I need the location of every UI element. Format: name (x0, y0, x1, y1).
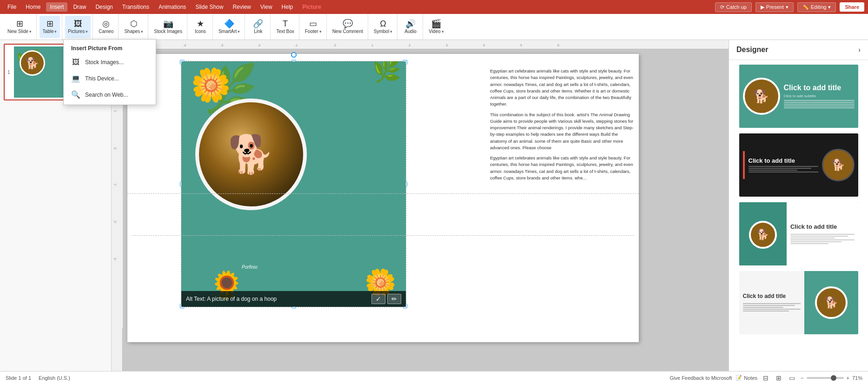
shapes-icon: ⬡ (130, 20, 138, 28)
title-bar-right: ⟳ Catch up ▶ Present ▾ ✏️ Editing ▾ Shar… (715, 2, 864, 12)
table-icon: ⊞ (46, 20, 53, 28)
alt-text-label: Alt Text: A picture of a dog on a hoop (186, 296, 277, 302)
slide-lower-divider (132, 235, 634, 236)
table-button[interactable]: ⊞ Table ▾ (40, 16, 60, 38)
design-card-3[interactable]: 🐕 Click to add title (738, 201, 859, 266)
feedback-label[interactable]: Give Feedback to Microsoft (669, 375, 732, 381)
menu-review[interactable]: Review (229, 2, 254, 12)
menu-help[interactable]: Help (278, 2, 297, 12)
menu-animations[interactable]: Animations (155, 2, 190, 12)
zoom-out-icon[interactable]: − (801, 375, 803, 381)
design-card-4[interactable]: Click to add title 🐕 (738, 270, 859, 335)
link-button[interactable]: 🔗 Link (248, 16, 268, 38)
slide-sorter-button[interactable]: ⊞ (774, 373, 783, 383)
dog-name-label: Porfinio (242, 265, 258, 270)
ribbon-group-textbox: T Text Box (272, 14, 299, 40)
share-button[interactable]: Share (840, 2, 864, 12)
designer-collapse-button[interactable]: › (858, 46, 861, 53)
menu-home[interactable]: Home (22, 2, 44, 12)
menu-slideshow[interactable]: Slide Show (192, 2, 227, 12)
ribbon-group-cameo: ◎ Cameo (94, 14, 119, 40)
pictures-arrow-icon: ▾ (86, 29, 88, 34)
share-label: Share (845, 4, 859, 10)
this-device-item[interactable]: 💻 This Device... (64, 70, 156, 86)
stock-images-label: Stock Images... (85, 59, 124, 66)
menu-draw[interactable]: Draw (69, 2, 90, 12)
menu-view[interactable]: View (257, 2, 276, 12)
alt-confirm-button[interactable]: ✓ (371, 294, 385, 304)
new-slide-button[interactable]: ⊞ New Slide ▾ (5, 16, 34, 38)
status-bar: Slide 1 of 1 English (U.S.) Give Feedbac… (0, 371, 868, 384)
design-card-1[interactable]: 🐕 Click to add title Click to add subtit… (738, 64, 859, 129)
search-web-icon: 🔍 (71, 90, 80, 99)
dc4-line-2 (743, 305, 795, 306)
design-card-4-bg: Click to add title 🐕 (739, 271, 858, 334)
menu-design[interactable]: Design (92, 2, 116, 12)
dc1-line-2 (784, 102, 855, 103)
notes-button[interactable]: 📝 Notes (735, 375, 757, 381)
comment-icon: 💬 (343, 20, 353, 28)
footer-button[interactable]: ▭ Footer ▾ (302, 16, 325, 38)
dc1-dog: 🐕 (743, 78, 780, 115)
symbol-label: Symbol (374, 29, 389, 34)
canvas-area[interactable]: -5 -4 -3 -2 -1 0 1 2 3 4 5 6 2 1 0 -1 (112, 40, 729, 371)
dc2-line-3 (749, 170, 797, 171)
editing-button[interactable]: ✏️ Editing ▾ (797, 2, 836, 12)
search-web-item[interactable]: 🔍 Search on Web... (64, 86, 156, 103)
rotate-handle[interactable] (291, 52, 297, 58)
alt-edit-button[interactable]: ✏ (387, 294, 401, 304)
svg-text:0: 0 (334, 44, 336, 47)
audio-icon: 🔊 (405, 20, 416, 28)
present-button[interactable]: ▶ Present ▾ (755, 2, 794, 12)
menu-file[interactable]: File (4, 2, 20, 12)
catch-up-button[interactable]: ⟳ Catch up (715, 2, 752, 12)
ribbon-group-icons: ★ Icons (188, 14, 213, 40)
status-bar-right: Give Feedback to Microsoft 📝 Notes ⊟ ⊞ ▭… (669, 373, 862, 383)
picture-dropdown-menu: Insert Picture From 🖼 Stock Images... 💻 … (63, 39, 156, 105)
dc4-line-1 (743, 303, 801, 304)
menu-transitions[interactable]: Transitions (119, 2, 153, 12)
menu-picture[interactable]: Picture (298, 2, 325, 12)
ribbon-group-video: 🎬 Video ▾ (424, 14, 448, 40)
ribbon-group-symbol: Ω Symbol ▾ (369, 14, 398, 40)
menu-insert[interactable]: Insert (46, 2, 67, 12)
menu-bar: File Home Insert Draw Design Transitions… (4, 2, 325, 12)
svg-text:-2: -2 (258, 44, 260, 47)
alt-text-actions: ✓ ✏ (371, 294, 401, 304)
video-button[interactable]: 🎬 Video ▾ (426, 16, 446, 38)
alt-text-bar: Alt Text: A picture of a dog on a hoop ✓… (181, 291, 406, 307)
ribbon-group-slide: ⊞ New Slide ▾ (3, 14, 37, 40)
slide-image-container[interactable]: 🌿 🌼 🌿 🌻 🌼 🐕 Porfinio Alt Text: A picture… (181, 61, 406, 307)
reading-view-button[interactable]: ▭ (787, 373, 797, 383)
stock-images-button[interactable]: 📷 Stock Images (151, 16, 185, 38)
symbol-button[interactable]: Ω Symbol ▾ (371, 16, 395, 38)
zoom-in-icon[interactable]: + (847, 375, 849, 381)
dc1-line-1 (784, 100, 855, 101)
shapes-button[interactable]: ⬡ Shapes ▾ (121, 16, 146, 38)
slide-text-content[interactable]: Egyptian art celebrates animals like cat… (490, 68, 634, 305)
audio-button[interactable]: 🔊 Audio (400, 16, 421, 38)
dc2-line-4 (749, 172, 818, 172)
zoom-slider[interactable] (807, 377, 844, 379)
svg-text:6: 6 (557, 44, 559, 47)
pictures-button[interactable]: 🖼 Pictures ▾ (65, 16, 91, 38)
normal-view-button[interactable]: ⊟ (761, 373, 770, 383)
new-comment-button[interactable]: 💬 New Comment (330, 16, 366, 38)
icons-label: Icons (195, 29, 206, 34)
dc2-line-2 (749, 168, 811, 169)
text-box-button[interactable]: T Text Box (273, 16, 297, 38)
pictures-icon: 🖼 (74, 20, 82, 28)
stock-images-item[interactable]: 🖼 Stock Images... (64, 54, 156, 70)
design-card-2[interactable]: Click to add title 🐕 (738, 132, 859, 198)
cameo-button[interactable]: ◎ Cameo (96, 16, 116, 38)
dc4-left: Click to add title (739, 271, 805, 334)
new-slide-label: New Slide (7, 29, 28, 34)
video-icon: 🎬 (431, 20, 441, 28)
dc3-line-1 (790, 234, 855, 235)
zoom-level[interactable]: 71% (852, 375, 862, 381)
svg-text:1: 1 (371, 44, 373, 47)
stock-icon: 📷 (163, 20, 173, 28)
slide-canvas[interactable]: 🌿 🌼 🌿 🌻 🌼 🐕 Porfinio Alt Text: A picture… (127, 54, 639, 342)
icons-button[interactable]: ★ Icons (190, 16, 211, 38)
smartart-button[interactable]: 🔷 SmartArt ▾ (216, 16, 243, 38)
